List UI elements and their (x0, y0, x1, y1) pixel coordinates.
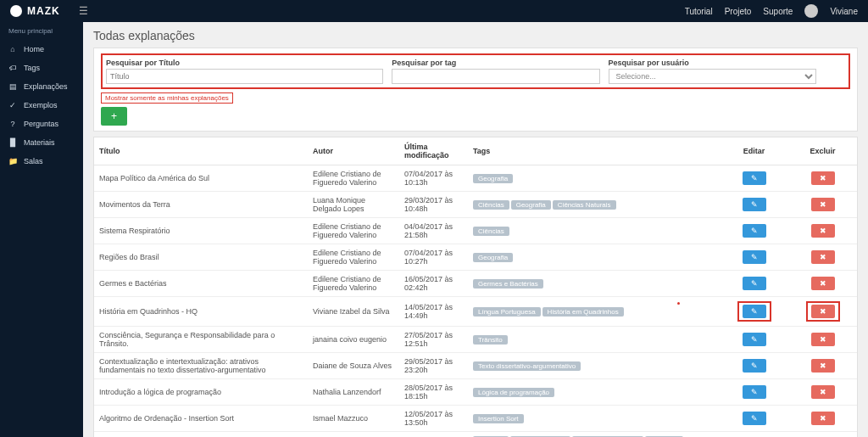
cell-date: 27/05/2017 às 12:51h (399, 327, 468, 353)
cell-tags: Trânsito (468, 327, 720, 353)
sidebar-item-label: Home (24, 45, 44, 53)
filter-tag-input[interactable] (392, 69, 599, 84)
edit-button[interactable]: ✎ (743, 305, 766, 318)
cell-date: 16/05/2017 às 02:42h (399, 271, 468, 297)
delete-button[interactable]: ✖ (811, 333, 835, 346)
edit-button[interactable]: ✎ (743, 385, 766, 399)
th-title: Título (94, 137, 308, 165)
book-icon: ▤ (8, 82, 17, 91)
cell-title: História em Quadrinhos - HQ (94, 297, 308, 327)
sidebar-item-perguntas[interactable]: ?Perguntas (0, 115, 83, 133)
nav-username[interactable]: Viviane (830, 7, 858, 16)
filter-tag-label: Pesquisar por tag (392, 59, 599, 67)
table-row: Regiões do BrasilEdilene Cristiano de Fi… (94, 244, 857, 271)
cell-date: 12/05/2017 às 13:50h (399, 406, 468, 432)
delete-button[interactable]: ✖ (811, 412, 835, 425)
nav-project[interactable]: Projeto (725, 7, 752, 16)
tag[interactable]: Germes e Bactérias (473, 279, 543, 289)
sidebar-header: Menu principal (0, 22, 83, 40)
cell-delete: ✖ (788, 244, 857, 271)
delete-button[interactable]: ✖ (811, 198, 835, 211)
sidebar-item-salas[interactable]: 📁Salas (0, 152, 83, 171)
cell-tags: Insertion Sort (468, 406, 720, 432)
filter-title-input[interactable] (106, 69, 383, 84)
nav-tutorial[interactable]: Tutorial (685, 7, 713, 16)
edit-button[interactable]: ✎ (743, 198, 766, 211)
cell-tags: Lógica de programação (468, 379, 720, 406)
tag[interactable]: Trânsito (473, 335, 508, 345)
sidebar-item-explanações[interactable]: ▤Explanações (0, 77, 83, 96)
cell-date: 28/05/2017 às 18:15h (399, 379, 468, 406)
cell-delete: ✖ (788, 271, 857, 297)
edit-button[interactable]: ✎ (743, 250, 766, 264)
cell-date: 07/04/2017 às 10:13h (399, 165, 468, 192)
logo-icon (10, 5, 22, 17)
delete-button[interactable]: ✖ (811, 250, 835, 264)
cell-edit: ✎ (720, 192, 788, 218)
tag[interactable]: Língua Portuguesa (473, 307, 541, 317)
tag[interactable]: Ciências (473, 200, 509, 210)
cell-tags: Geografia (468, 165, 720, 192)
cell-tags: QuímicaTabela PeriódicaElementos químico… (468, 432, 720, 438)
cell-title: Tabela Periódica - aspectos gerais (94, 432, 308, 438)
home-icon: ⌂ (8, 45, 17, 53)
table-row: Contextualização e intertextualização: a… (94, 353, 857, 379)
check-icon: ✓ (8, 101, 17, 109)
table-row: Algoritmo de Ordenação - Insertion SortI… (94, 406, 857, 432)
filter-user-select[interactable]: Selecione... (609, 69, 816, 84)
tag[interactable]: Geografia (511, 200, 551, 210)
th-modified: Última modificação (399, 137, 468, 165)
cell-tags: Ciências (468, 218, 720, 244)
edit-button[interactable]: ✎ (743, 277, 766, 290)
add-button[interactable]: + (101, 107, 127, 126)
sidebar-item-label: Exemplos (24, 101, 58, 109)
delete-button[interactable]: ✖ (811, 224, 835, 238)
sidebar-item-materiais[interactable]: ▉Materiais (0, 133, 83, 152)
sidebar-item-label: Perguntas (24, 120, 58, 128)
edit-button[interactable]: ✎ (743, 224, 766, 238)
delete-button[interactable]: ✖ (811, 305, 835, 318)
table-row: Mapa Político da América do SulEdilene C… (94, 165, 857, 192)
delete-button[interactable]: ✖ (811, 359, 835, 373)
tag[interactable]: Texto dissertativo-argumentativo (473, 361, 581, 371)
edit-button[interactable]: ✎ (743, 412, 766, 425)
nav-support[interactable]: Suporte (763, 7, 793, 16)
sidebar-item-home[interactable]: ⌂Home (0, 40, 83, 59)
cell-date: 29/05/2017 às 23:20h (399, 353, 468, 379)
cell-date: 04/04/2017 às 21:58h (399, 218, 468, 244)
edit-button[interactable]: ✎ (743, 333, 766, 346)
cell-edit: ✎ (720, 271, 788, 297)
tag[interactable]: Ciências Naturais (553, 200, 616, 210)
avatar[interactable] (804, 4, 818, 18)
file-icon: ▉ (8, 138, 17, 147)
edit-button[interactable]: ✎ (743, 171, 766, 185)
cell-title: Consciência, Segurança e Responsabilidad… (94, 327, 308, 353)
sidebar-item-tags[interactable]: 🏷Tags (0, 59, 83, 77)
tag[interactable]: Lógica de programação (473, 388, 554, 397)
mine-only-link[interactable]: Mostrar somente as minhas explanações (101, 92, 233, 104)
tag[interactable]: Ciências (473, 227, 509, 236)
delete-button[interactable]: ✖ (811, 171, 835, 185)
cell-edit: ✎ (720, 432, 788, 438)
cell-delete: ✖ (788, 327, 857, 353)
cell-title: Regiões do Brasil (94, 244, 308, 271)
tag[interactable]: Geografia (473, 174, 513, 183)
tag[interactable]: Insertion Sort (473, 414, 524, 423)
cell-date: 07/04/2017 às 10:27h (399, 244, 468, 271)
edit-button[interactable]: ✎ (743, 359, 766, 373)
tag[interactable]: Geografia (473, 253, 513, 262)
cell-author: Edilene Cristiano de Figueredo Valerino (308, 165, 399, 192)
menu-toggle-icon[interactable]: ☰ (79, 5, 88, 17)
sidebar-item-label: Materiais (24, 138, 55, 147)
tag[interactable]: História em Quadrinhos (542, 307, 624, 317)
cell-delete: ✖ (788, 432, 857, 438)
table-row: Movimentos da TerraLuana Monique Delgado… (94, 192, 857, 218)
cell-title: Contextualização e intertextualização: a… (94, 353, 308, 379)
cell-author: Edilene Cristiano de Figueredo Valerino (308, 271, 399, 297)
cell-author: Nathalia Lanzendorf (308, 379, 399, 406)
delete-button[interactable]: ✖ (811, 277, 835, 290)
cell-author: Edilene Cristiano de Figueredo Valerino (308, 244, 399, 271)
delete-button[interactable]: ✖ (811, 385, 835, 399)
sidebar-item-exemplos[interactable]: ✓Exemplos (0, 96, 83, 115)
cell-edit: ✎ (720, 327, 788, 353)
